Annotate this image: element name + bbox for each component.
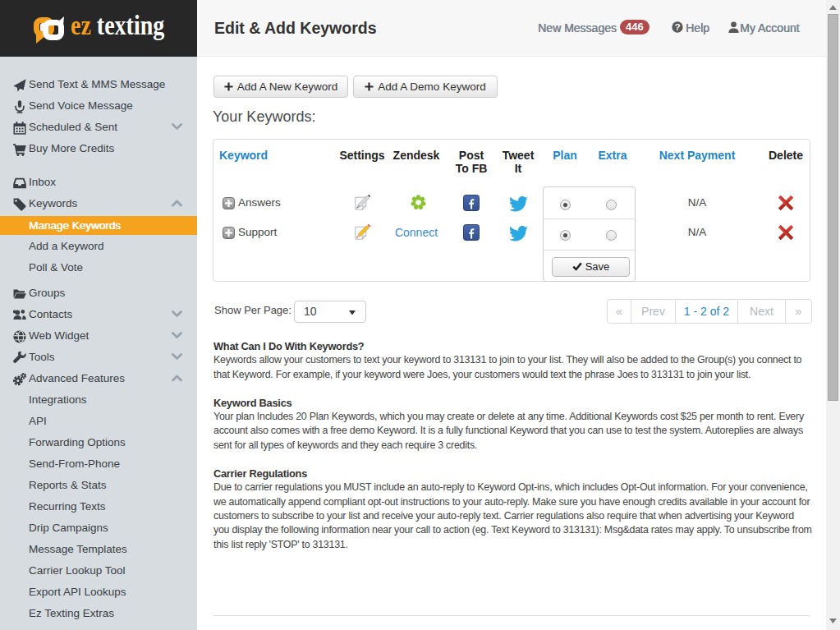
- svg-text:?: ?: [674, 21, 680, 33]
- svg-text:ez texting: ez texting: [71, 9, 165, 40]
